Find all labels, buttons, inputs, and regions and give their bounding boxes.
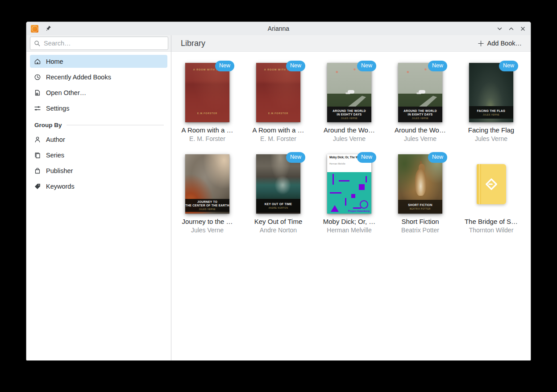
bag-icon bbox=[34, 167, 41, 174]
book-card[interactable]: The Bridge of S… Thornton Wilder bbox=[456, 154, 527, 235]
book-author: E. M. Forster bbox=[189, 135, 225, 143]
new-badge: New bbox=[215, 61, 234, 71]
book-title: Moby Dick; Or, … bbox=[323, 218, 376, 226]
sidebar-header bbox=[26, 35, 171, 52]
book-title: Around the Wo… bbox=[324, 126, 375, 134]
home-icon bbox=[34, 58, 41, 65]
cover-author-text: E.M.FORSTER bbox=[256, 112, 300, 115]
book-cover: JOURNEY TO THE CENTER OF THE EARTH JULES… bbox=[185, 154, 229, 214]
cover-art-squirrel bbox=[415, 169, 427, 196]
book-author: Jules Verne bbox=[404, 135, 436, 143]
cover-title-band: JOURNEY TO THE CENTER OF THE EARTH JULES… bbox=[185, 199, 229, 212]
sidebar-item-open-other[interactable]: Open Other… bbox=[30, 86, 167, 99]
titlebar: Arianna bbox=[26, 22, 531, 35]
book-card[interactable]: SHORT FICTION BEATRIX POTTER New Short F… bbox=[385, 154, 456, 235]
open-file-icon bbox=[34, 89, 41, 96]
book-author: Jules Verne bbox=[475, 135, 507, 143]
pin-icon[interactable] bbox=[45, 25, 52, 32]
sidebar-item-publisher[interactable]: Publisher bbox=[30, 164, 167, 177]
sidebar-item-recently-added[interactable]: Recently Added Books bbox=[30, 70, 167, 83]
sidebar-item-home[interactable]: Home bbox=[30, 55, 167, 68]
cover-footer-text: Project Gutenberg bbox=[348, 210, 370, 212]
book-author: Herman Melville bbox=[327, 227, 371, 234]
book-card[interactable]: A ROOM WITH A V E.M.FORSTER New A Room w… bbox=[172, 63, 243, 143]
book-title: Journey to the … bbox=[182, 218, 233, 226]
book-card[interactable]: KEY OUT OF TIME ANDRE NORTON New Key Out… bbox=[243, 154, 314, 235]
new-badge: New bbox=[499, 61, 518, 71]
search-icon bbox=[34, 40, 41, 47]
book-title: Facing the Flag bbox=[468, 126, 514, 134]
sidebar-item-keywords[interactable]: Keywords bbox=[30, 180, 167, 193]
book-card[interactable]: Moby Dick; Or, The Whale Herman Melville… bbox=[314, 154, 385, 235]
cover-author-text: E.M.FORSTER bbox=[185, 112, 229, 115]
sidebar-item-label: Open Other… bbox=[46, 89, 86, 96]
group-by-label: Group By bbox=[34, 122, 62, 128]
book-title: A Room with a … bbox=[253, 126, 304, 134]
plus-icon bbox=[478, 40, 484, 47]
sidebar-item-settings[interactable]: Settings bbox=[30, 102, 167, 115]
book-author: Thornton Wilder bbox=[469, 227, 514, 234]
page-title: Library bbox=[181, 39, 205, 48]
tag-icon bbox=[34, 183, 41, 190]
book-cover: AROUND THE WORLD IN EIGHTY DAYS JULES VE… bbox=[398, 63, 442, 122]
sidebar: Home Recently Added Books Open Other… bbox=[26, 35, 171, 360]
cover-art-train-smoke bbox=[348, 90, 354, 94]
app-menu-icon[interactable] bbox=[31, 25, 38, 33]
add-book-label: Add Book… bbox=[487, 40, 522, 47]
book-title: Key Out of Time bbox=[254, 218, 303, 226]
book-card[interactable]: FACING THE FLAG JULES VERNE New Facing t… bbox=[456, 63, 527, 143]
maximize-button[interactable] bbox=[507, 25, 515, 32]
group-by-divider bbox=[67, 125, 164, 125]
main-toolbar: Library Add Book… bbox=[171, 35, 531, 52]
sidebar-item-label: Publisher bbox=[46, 167, 73, 174]
cover-title-band: KEY OUT OF TIME ANDRE NORTON bbox=[256, 199, 300, 213]
search-input[interactable] bbox=[44, 40, 164, 47]
book-card[interactable]: AROUND THE WORLD IN EIGHTY DAYS JULES VE… bbox=[314, 63, 385, 143]
new-badge: New bbox=[428, 152, 447, 163]
book-title: A Room with a … bbox=[182, 126, 233, 134]
cover-title-band: AROUND THE WORLD IN EIGHTY DAYS JULES VE… bbox=[398, 107, 442, 122]
book-title: Around the Wo… bbox=[395, 126, 446, 134]
add-book-button[interactable]: Add Book… bbox=[475, 38, 524, 49]
cover-title-band: AROUND THE WORLD IN EIGHTY DAYS JULES VE… bbox=[327, 107, 371, 122]
book-cover: AROUND THE WORLD IN EIGHTY DAYS JULES VE… bbox=[327, 63, 371, 122]
book-card[interactable]: A ROOM WITH A V E.M.FORSTER New A Room w… bbox=[243, 63, 314, 143]
epub-logo-icon bbox=[485, 177, 498, 191]
book-grid: A ROOM WITH A V E.M.FORSTER New A Room w… bbox=[171, 52, 531, 235]
book-cover: KEY OUT OF TIME ANDRE NORTON New bbox=[256, 154, 300, 214]
new-badge: New bbox=[357, 152, 376, 163]
person-icon bbox=[34, 136, 41, 143]
app-window: Arianna bbox=[26, 21, 531, 361]
sidebar-item-label: Series bbox=[46, 152, 64, 159]
book-author: Andre Norton bbox=[260, 227, 297, 234]
sidebar-item-author[interactable]: Author bbox=[30, 133, 167, 146]
cover-title-band: SHORT FICTION BEATRIX POTTER bbox=[398, 200, 442, 214]
stacked-pages-icon bbox=[34, 152, 41, 159]
new-badge: New bbox=[357, 61, 376, 71]
sidebar-item-label: Recently Added Books bbox=[46, 74, 111, 81]
book-card[interactable]: JOURNEY TO THE CENTER OF THE EARTH JULES… bbox=[172, 154, 243, 235]
close-button[interactable] bbox=[519, 25, 526, 32]
new-badge: New bbox=[428, 61, 447, 71]
sidebar-item-label: Settings bbox=[46, 105, 69, 112]
sidebar-item-label: Home bbox=[46, 58, 63, 65]
book-author: E. M. Forster bbox=[260, 135, 296, 143]
minimize-button[interactable] bbox=[496, 25, 503, 32]
cover-art-geometric bbox=[327, 172, 371, 214]
epub-placeholder-icon bbox=[477, 164, 506, 204]
book-author: Jules Verne bbox=[191, 227, 224, 234]
book-cover: A ROOM WITH A V E.M.FORSTER New bbox=[256, 63, 300, 122]
book-title: The Bridge of S… bbox=[465, 218, 518, 226]
cover-title-band: FACING THE FLAG JULES VERNE bbox=[469, 106, 513, 119]
group-by-header: Group By bbox=[34, 122, 164, 128]
sidebar-item-label: Author bbox=[46, 136, 65, 143]
book-cover: A ROOM WITH A V E.M.FORSTER New bbox=[185, 63, 229, 122]
book-card[interactable]: AROUND THE WORLD IN EIGHTY DAYS JULES VE… bbox=[385, 63, 456, 143]
new-badge: New bbox=[286, 152, 305, 163]
book-cover: FACING THE FLAG JULES VERNE New bbox=[469, 63, 513, 122]
new-badge: New bbox=[286, 61, 305, 71]
sidebar-item-series[interactable]: Series bbox=[30, 149, 167, 161]
main-area: Library Add Book… A ROOM WITH A V E.M.FO… bbox=[171, 35, 531, 360]
settings-sliders-icon bbox=[34, 105, 41, 112]
search-box[interactable] bbox=[30, 37, 168, 50]
